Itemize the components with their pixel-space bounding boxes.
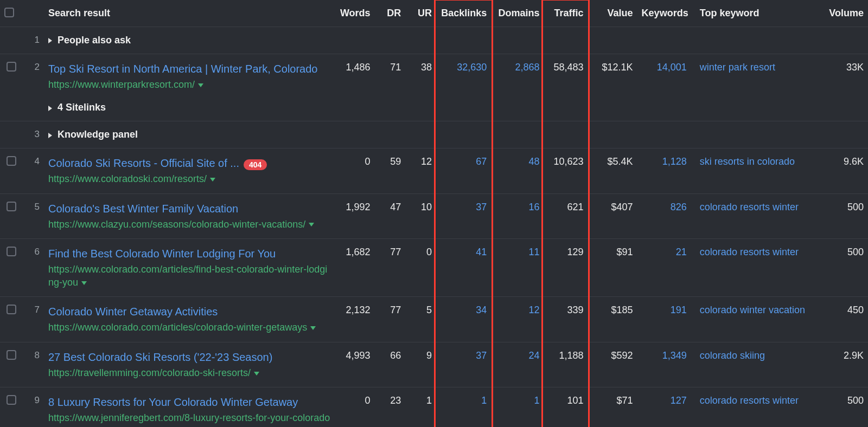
top-keyword-link[interactable]: colorado resorts winter xyxy=(691,238,815,297)
metric-backlinks[interactable]: 32,630 xyxy=(436,54,491,121)
col-words[interactable]: Words xyxy=(335,0,375,27)
row-position: 1 xyxy=(22,27,44,54)
top-keyword-link[interactable]: colorado winter vacation xyxy=(691,297,815,342)
col-dr[interactable]: DR xyxy=(375,0,406,27)
result-url[interactable]: https://travellemming.com/colorado-ski-r… xyxy=(48,366,331,379)
metric-domains[interactable]: 16 xyxy=(491,193,544,238)
metric-keywords[interactable]: 191 xyxy=(637,297,691,342)
metric-backlinks[interactable]: 37 xyxy=(436,193,491,238)
top-keyword-link[interactable]: colorado resorts winter xyxy=(691,387,815,427)
metric-ur: 12 xyxy=(405,148,436,193)
metric-domains[interactable]: 48 xyxy=(491,148,544,193)
row-checkbox[interactable] xyxy=(7,62,16,72)
metric-value: $407 xyxy=(588,193,637,238)
result-title[interactable]: 8 Luxury Resorts for Your Colorado Winte… xyxy=(48,396,298,408)
col-value[interactable]: Value xyxy=(588,0,637,27)
result-title[interactable]: 27 Best Colorado Ski Resorts ('22-'23 Se… xyxy=(48,351,272,363)
result-title[interactable]: Colorado's Best Winter Family Vacation xyxy=(48,203,238,215)
metric-backlinks[interactable]: 34 xyxy=(436,297,491,342)
serp-feature-label: People also ask xyxy=(58,35,131,46)
serp-table-wrap: Search result Words DR UR Backlinks Doma… xyxy=(0,0,868,427)
metric-words: 1,486 xyxy=(335,54,375,121)
expand-icon[interactable] xyxy=(48,133,52,138)
result-url[interactable]: https://www.jenniferegbert.com/8-luxury-… xyxy=(48,411,331,427)
top-keyword-link[interactable]: colorado skiing xyxy=(691,342,815,387)
metric-words: 4,993 xyxy=(335,342,375,387)
metric-backlinks[interactable]: 37 xyxy=(436,342,491,387)
metric-volume: 9.6K xyxy=(815,148,868,193)
metric-value: $592 xyxy=(588,342,637,387)
metric-dr: 59 xyxy=(375,148,406,193)
metric-dr: 77 xyxy=(375,238,406,297)
metric-words: 1,992 xyxy=(335,193,375,238)
result-url[interactable]: https://www.coloradoski.com/resorts/ xyxy=(48,172,331,185)
header-row: Search result Words DR UR Backlinks Doma… xyxy=(0,0,868,27)
metric-dr: 23 xyxy=(375,387,406,427)
row-checkbox[interactable] xyxy=(7,156,16,166)
metric-domains[interactable]: 24 xyxy=(491,342,544,387)
metric-dr: 66 xyxy=(375,342,406,387)
col-ur[interactable]: UR xyxy=(405,0,436,27)
result-title[interactable]: Colorado Ski Resorts - Official Site of … xyxy=(48,157,239,169)
result-url[interactable]: https://www.clazyu.com/seasons/colorado-… xyxy=(48,218,331,231)
expand-icon[interactable] xyxy=(48,38,52,43)
metric-keywords[interactable]: 21 xyxy=(637,238,691,297)
metric-volume: 500 xyxy=(815,238,868,297)
metric-domains[interactable]: 12 xyxy=(491,297,544,342)
url-dropdown-icon[interactable] xyxy=(198,83,203,87)
metric-backlinks[interactable]: 41 xyxy=(436,238,491,297)
metric-backlinks[interactable]: 1 xyxy=(436,387,491,427)
metric-domains[interactable]: 11 xyxy=(491,238,544,297)
metric-words: 1,682 xyxy=(335,238,375,297)
metric-keywords[interactable]: 14,001 xyxy=(637,54,691,121)
metric-domains[interactable]: 1 xyxy=(491,387,544,427)
metric-value: $185 xyxy=(588,297,637,342)
row-position: 8 xyxy=(22,342,44,387)
row-position: 2 xyxy=(22,54,44,121)
result-title[interactable]: Colorado Winter Getaway Activities xyxy=(48,306,218,318)
metric-volume: 500 xyxy=(815,193,868,238)
metric-keywords[interactable]: 127 xyxy=(637,387,691,427)
result-url[interactable]: https://www.colorado.com/articles/colora… xyxy=(48,321,331,334)
metric-domains[interactable]: 2,868 xyxy=(491,54,544,121)
serp-table: Search result Words DR UR Backlinks Doma… xyxy=(0,0,868,427)
metric-backlinks[interactable]: 67 xyxy=(436,148,491,193)
metric-words: 0 xyxy=(335,387,375,427)
col-traffic[interactable]: Traffic xyxy=(544,0,588,27)
col-backlinks[interactable]: Backlinks xyxy=(436,0,491,27)
url-dropdown-icon[interactable] xyxy=(254,372,259,376)
row-position: 9 xyxy=(22,387,44,427)
row-checkbox[interactable] xyxy=(7,305,16,314)
col-volume[interactable]: Volume xyxy=(815,0,868,27)
row-checkbox[interactable] xyxy=(7,350,16,360)
metric-keywords[interactable]: 1,349 xyxy=(637,342,691,387)
col-top-keyword[interactable]: Top keyword xyxy=(691,0,815,27)
metric-keywords[interactable]: 1,128 xyxy=(637,148,691,193)
top-keyword-link[interactable]: colorado resorts winter xyxy=(691,193,815,238)
expand-icon[interactable] xyxy=(48,106,52,111)
url-dropdown-icon[interactable] xyxy=(81,281,87,285)
metric-volume: 33K xyxy=(815,54,868,121)
row-checkbox[interactable] xyxy=(7,247,16,256)
metric-ur: 5 xyxy=(405,297,436,342)
top-keyword-link[interactable]: ski resorts in colorado xyxy=(691,148,815,193)
col-search-result[interactable]: Search result xyxy=(44,0,335,27)
metric-keywords[interactable]: 826 xyxy=(637,193,691,238)
result-title[interactable]: Find the Best Colorado Winter Lodging Fo… xyxy=(48,248,276,260)
result-title[interactable]: Top Ski Resort in North America | Winter… xyxy=(48,63,317,75)
col-domains[interactable]: Domains xyxy=(491,0,544,27)
url-dropdown-icon[interactable] xyxy=(309,223,314,227)
col-keywords[interactable]: Keywords xyxy=(637,0,691,27)
row-checkbox[interactable] xyxy=(7,202,16,211)
url-dropdown-icon[interactable] xyxy=(310,326,316,330)
result-url[interactable]: https://www.colorado.com/articles/find-b… xyxy=(48,263,331,289)
metric-volume: 500 xyxy=(815,387,868,427)
url-dropdown-icon[interactable] xyxy=(210,178,215,182)
row-checkbox[interactable] xyxy=(7,395,16,405)
select-all-checkbox[interactable] xyxy=(4,8,14,17)
metric-traffic: 101 xyxy=(544,387,588,427)
result-url[interactable]: https://www.winterparkresort.com/ xyxy=(48,78,331,91)
top-keyword-link[interactable]: winter park resort xyxy=(691,54,815,121)
metric-ur: 0 xyxy=(405,238,436,297)
sitelinks-label[interactable]: 4 Sitelinks xyxy=(58,102,106,113)
